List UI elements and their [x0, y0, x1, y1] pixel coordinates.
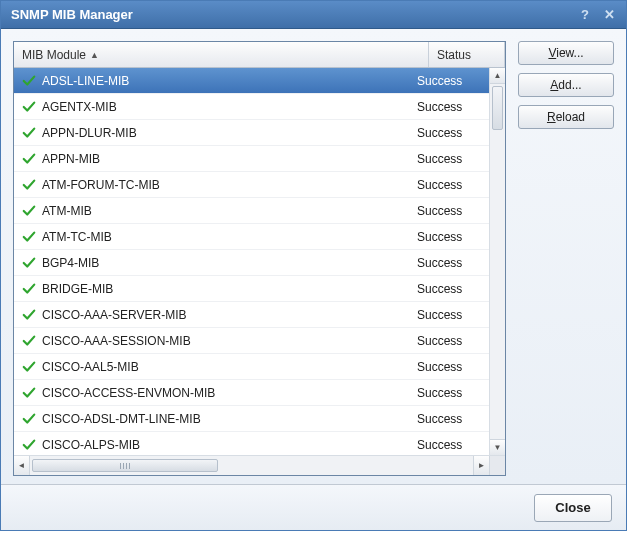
success-check-icon — [22, 100, 36, 114]
cell-mib-module: BGP4-MIB — [14, 256, 413, 270]
mib-name: ATM-FORUM-TC-MIB — [42, 178, 160, 192]
column-header-label: Status — [437, 48, 471, 62]
sort-asc-icon: ▲ — [90, 50, 99, 60]
scroll-corner — [489, 456, 505, 475]
table-row[interactable]: CISCO-AAL5-MIBSuccess — [14, 354, 489, 380]
reload-button[interactable]: Reload — [518, 105, 614, 129]
cell-status: Success — [413, 386, 489, 400]
close-button[interactable]: Close — [534, 494, 612, 522]
view-button[interactable]: View... — [518, 41, 614, 65]
success-check-icon — [22, 334, 36, 348]
cell-mib-module: CISCO-ADSL-DMT-LINE-MIB — [14, 412, 413, 426]
horizontal-scrollbar[interactable]: ◄ ► — [14, 455, 505, 475]
cell-mib-module: CISCO-ALPS-MIB — [14, 438, 413, 452]
cell-status: Success — [413, 308, 489, 322]
table-body: ADSL-LINE-MIBSuccessAGENTX-MIBSuccessAPP… — [14, 68, 505, 455]
mib-name: CISCO-AAA-SESSION-MIB — [42, 334, 191, 348]
cell-mib-module: CISCO-AAA-SERVER-MIB — [14, 308, 413, 322]
success-check-icon — [22, 204, 36, 218]
cell-status: Success — [413, 360, 489, 374]
success-check-icon — [22, 74, 36, 88]
success-check-icon — [22, 126, 36, 140]
cell-status: Success — [413, 74, 489, 88]
scroll-thumb[interactable] — [492, 86, 503, 130]
cell-status: Success — [413, 230, 489, 244]
dialog-body: MIB Module ▲ Status ADSL-LINE-MIBSuccess… — [1, 29, 626, 484]
cell-status: Success — [413, 256, 489, 270]
success-check-icon — [22, 360, 36, 374]
vertical-scrollbar[interactable]: ▲ ▼ — [489, 68, 505, 455]
close-button-label: Close — [555, 500, 590, 515]
cell-mib-module: ATM-TC-MIB — [14, 230, 413, 244]
column-header-mib-module[interactable]: MIB Module ▲ — [14, 42, 429, 67]
table-row[interactable]: APPN-DLUR-MIBSuccess — [14, 120, 489, 146]
cell-mib-module: ADSL-LINE-MIB — [14, 74, 413, 88]
mib-name: APPN-MIB — [42, 152, 100, 166]
cell-status: Success — [413, 126, 489, 140]
mib-name: CISCO-ALPS-MIB — [42, 438, 140, 452]
cell-mib-module: ATM-MIB — [14, 204, 413, 218]
table-row[interactable]: CISCO-AAA-SESSION-MIBSuccess — [14, 328, 489, 354]
mib-name: CISCO-ADSL-DMT-LINE-MIB — [42, 412, 201, 426]
success-check-icon — [22, 256, 36, 270]
add-button[interactable]: Add... — [518, 73, 614, 97]
cell-mib-module: APPN-DLUR-MIB — [14, 126, 413, 140]
hscroll-track[interactable] — [30, 456, 473, 475]
window-title: SNMP MIB Manager — [11, 7, 570, 22]
table-row[interactable]: ATM-FORUM-TC-MIBSuccess — [14, 172, 489, 198]
dialog-footer: Close — [1, 484, 626, 530]
success-check-icon — [22, 152, 36, 166]
mib-name: ADSL-LINE-MIB — [42, 74, 129, 88]
scroll-right-icon[interactable]: ► — [473, 456, 489, 475]
mib-name: BGP4-MIB — [42, 256, 99, 270]
cell-status: Success — [413, 152, 489, 166]
titlebar: SNMP MIB Manager ? ✕ — [1, 1, 626, 29]
cell-status: Success — [413, 100, 489, 114]
table-row[interactable]: CISCO-ACCESS-ENVMON-MIBSuccess — [14, 380, 489, 406]
column-header-status[interactable]: Status — [429, 42, 505, 67]
table-row[interactable]: ADSL-LINE-MIBSuccess — [14, 68, 489, 94]
scroll-left-icon[interactable]: ◄ — [14, 456, 30, 475]
table-row[interactable]: CISCO-ALPS-MIBSuccess — [14, 432, 489, 455]
table-body-wrap: ADSL-LINE-MIBSuccessAGENTX-MIBSuccessAPP… — [14, 68, 505, 475]
cell-mib-module: AGENTX-MIB — [14, 100, 413, 114]
side-button-panel: View... Add... Reload — [518, 41, 614, 476]
mib-manager-dialog: SNMP MIB Manager ? ✕ MIB Module ▲ Status… — [0, 0, 627, 531]
cell-status: Success — [413, 334, 489, 348]
mib-name: CISCO-AAA-SERVER-MIB — [42, 308, 186, 322]
cell-mib-module: ATM-FORUM-TC-MIB — [14, 178, 413, 192]
mib-table: MIB Module ▲ Status ADSL-LINE-MIBSuccess… — [13, 41, 506, 476]
close-icon[interactable]: ✕ — [600, 6, 618, 24]
mib-name: ATM-MIB — [42, 204, 92, 218]
table-row[interactable]: APPN-MIBSuccess — [14, 146, 489, 172]
column-header-label: MIB Module — [22, 48, 86, 62]
mib-name: ATM-TC-MIB — [42, 230, 112, 244]
table-row[interactable]: BRIDGE-MIBSuccess — [14, 276, 489, 302]
table-header: MIB Module ▲ Status — [14, 42, 505, 68]
scroll-down-icon[interactable]: ▼ — [490, 439, 505, 455]
table-row[interactable]: ATM-TC-MIBSuccess — [14, 224, 489, 250]
cell-mib-module: APPN-MIB — [14, 152, 413, 166]
success-check-icon — [22, 230, 36, 244]
cell-status: Success — [413, 438, 489, 452]
help-icon[interactable]: ? — [576, 6, 594, 24]
mib-name: APPN-DLUR-MIB — [42, 126, 137, 140]
table-row[interactable]: CISCO-AAA-SERVER-MIBSuccess — [14, 302, 489, 328]
table-row[interactable]: AGENTX-MIBSuccess — [14, 94, 489, 120]
cell-mib-module: CISCO-AAL5-MIB — [14, 360, 413, 374]
table-row[interactable]: CISCO-ADSL-DMT-LINE-MIBSuccess — [14, 406, 489, 432]
success-check-icon — [22, 412, 36, 426]
table-row[interactable]: BGP4-MIBSuccess — [14, 250, 489, 276]
table-row[interactable]: ATM-MIBSuccess — [14, 198, 489, 224]
mib-name: CISCO-ACCESS-ENVMON-MIB — [42, 386, 215, 400]
scroll-up-icon[interactable]: ▲ — [490, 68, 505, 84]
hscroll-thumb[interactable] — [32, 459, 218, 472]
cell-status: Success — [413, 282, 489, 296]
cell-status: Success — [413, 204, 489, 218]
cell-status: Success — [413, 412, 489, 426]
mib-name: CISCO-AAL5-MIB — [42, 360, 139, 374]
mib-name: BRIDGE-MIB — [42, 282, 113, 296]
cell-mib-module: CISCO-ACCESS-ENVMON-MIB — [14, 386, 413, 400]
mib-name: AGENTX-MIB — [42, 100, 117, 114]
cell-mib-module: CISCO-AAA-SESSION-MIB — [14, 334, 413, 348]
